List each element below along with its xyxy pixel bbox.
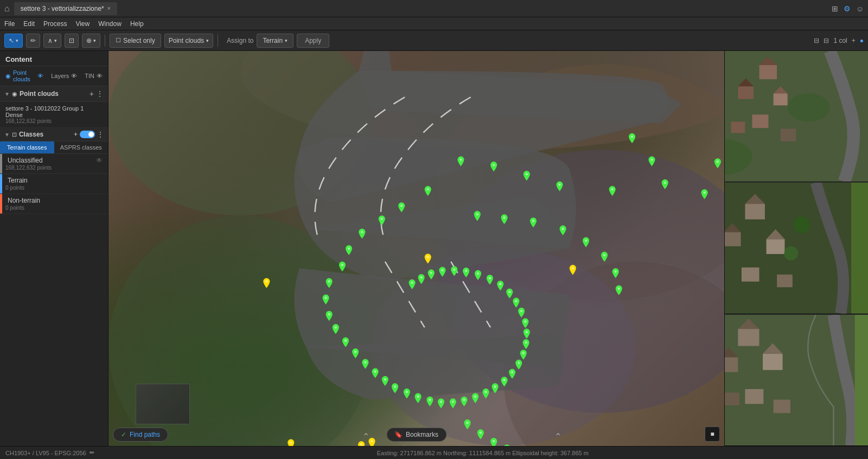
point-clouds-section-header: ▼ ◉ Point clouds + ⋮: [0, 86, 108, 102]
classes-section-title: Classes: [19, 131, 72, 138]
assign-label: Assign to: [227, 37, 253, 44]
class-item-unclassified[interactable]: Unclassified 👁 168,122,632 points: [0, 154, 108, 174]
menu-help[interactable]: Help: [130, 20, 144, 28]
polyline-icon: ∧: [48, 37, 53, 44]
toolbar: ↖ ▾ ✏ ∧ ▾ ⊡ ⊕ ▾ ☐ Select only Point clou…: [0, 30, 868, 51]
svg-rect-30: [742, 268, 760, 282]
menubar: File Edit Process View Window Help: [0, 17, 868, 30]
active-tab[interactable]: settore 3 - vettorializzazione* ×: [14, 2, 117, 15]
toolbar-right: ⊟ ⊟ 1 col + ●: [814, 37, 864, 44]
svg-rect-15: [774, 93, 788, 105]
terrain-classes-tab[interactable]: Terrain classes: [0, 141, 54, 153]
svg-point-32: [793, 217, 810, 234]
polyline-dropdown-icon: ▾: [54, 38, 57, 43]
svg-rect-35: [855, 315, 868, 445]
select-only-button[interactable]: ☐ Select only: [110, 34, 161, 48]
home-icon[interactable]: ⌂: [4, 4, 10, 14]
svg-rect-38: [725, 357, 738, 372]
classes-toggle[interactable]: [80, 131, 95, 138]
eye-icon[interactable]: 👁: [37, 73, 43, 79]
map-bottom-right: ■: [705, 426, 720, 442]
panel-tab-tin[interactable]: TIN 👁: [85, 69, 103, 82]
thumbnail-3[interactable]: [725, 314, 868, 446]
apply-button[interactable]: Apply: [297, 34, 329, 48]
svg-rect-24: [745, 204, 765, 219]
unclassified-count: 168,122,632 points: [5, 165, 103, 171]
point-cloud-icon: ◉: [12, 90, 17, 98]
terrain-dropdown[interactable]: Terrain ▾: [257, 34, 293, 48]
point-clouds-dropdown-icon: ▾: [206, 38, 209, 43]
stop-button[interactable]: ■: [705, 426, 720, 442]
menu-file[interactable]: File: [4, 20, 15, 28]
terrain-dropdown-icon: ▾: [285, 38, 288, 43]
unclassified-label: Unclassified: [8, 157, 43, 164]
settings-icon[interactable]: ⚙: [844, 4, 851, 13]
menu-edit[interactable]: Edit: [23, 20, 35, 28]
layers-eye-icon[interactable]: 👁: [71, 73, 77, 79]
collapse-bottom-left[interactable]: ⌃: [362, 431, 369, 442]
svg-rect-13: [738, 86, 754, 99]
toolbar-separator-2: [218, 35, 218, 47]
class-item-terrain[interactable]: Terrain 0 points: [0, 174, 108, 194]
svg-rect-26: [725, 232, 741, 247]
close-tab-icon[interactable]: ×: [107, 5, 111, 11]
status-coordinates: Easting: 2717186.862 m Northing: 1111584…: [103, 450, 863, 456]
svg-rect-31: [777, 275, 793, 287]
terrain-label: Terrain: [263, 37, 283, 44]
point-clouds-icon: ◉: [5, 73, 11, 80]
map-area[interactable]: ✓ Find paths 🔖 Bookmarks ■ ⌃ ⌃: [108, 51, 724, 446]
asprs-classes-tab[interactable]: ASPRS classes: [54, 141, 108, 153]
add-col-icon[interactable]: +: [852, 37, 856, 44]
unclassified-eye-icon[interactable]: 👁: [96, 157, 103, 164]
nonterrain-count: 0 points: [5, 205, 103, 211]
svg-rect-18: [731, 121, 745, 133]
menu-window[interactable]: Window: [98, 20, 122, 28]
select-dropdown-icon: ▾: [16, 38, 18, 43]
more-tools-button[interactable]: ⊕ ▾: [82, 34, 100, 48]
grid-icon[interactable]: ⊞: [832, 4, 838, 13]
thumbnail-1[interactable]: [725, 51, 868, 182]
rect-tool-button[interactable]: ⊡: [65, 34, 79, 48]
collapse-bottom-right[interactable]: ⌃: [554, 431, 561, 442]
thumbnail-2[interactable]: [725, 182, 868, 314]
point-clouds-dropdown[interactable]: Point clouds ▾: [164, 34, 213, 48]
add-class-icon[interactable]: +: [74, 131, 78, 138]
add-point-cloud-icon[interactable]: +: [90, 89, 94, 98]
map-canvas[interactable]: ✓ Find paths 🔖 Bookmarks ■ ⌃ ⌃: [108, 51, 724, 446]
tin-eye-icon[interactable]: 👁: [97, 73, 103, 79]
polyline-tool-button[interactable]: ∧ ▾: [43, 34, 61, 48]
collapse-point-clouds-icon[interactable]: ▼: [4, 91, 10, 97]
panel-tab-layers[interactable]: Layers 👁: [51, 69, 77, 82]
point-cloud-item[interactable]: settore 3 - 10012022 Group 1 Dense 168,1…: [0, 102, 108, 128]
svg-rect-11: [760, 65, 777, 79]
point-clouds-section-title: Point clouds: [20, 90, 87, 98]
more-dropdown-icon: ▾: [93, 38, 96, 43]
menu-process[interactable]: Process: [43, 20, 67, 28]
more-icon: ⊕: [86, 37, 92, 44]
find-paths-button[interactable]: ✓ Find paths: [113, 428, 168, 442]
class-item-nonterrain[interactable]: Non-terrain 0 points: [0, 194, 108, 214]
edit-crs-icon[interactable]: ✏: [90, 449, 94, 456]
panel-tab-point-clouds[interactable]: ◉ Point clouds 👁: [5, 69, 43, 82]
point-cloud-count: 168,122,632 points: [5, 118, 103, 124]
toolbar-separator-1: [105, 35, 105, 47]
svg-rect-42: [745, 389, 763, 404]
panel-tabs: ◉ Point clouds 👁 Layers 👁 TIN 👁: [0, 66, 108, 86]
draw-tool-button[interactable]: ✏: [26, 34, 40, 48]
classes-section-header: ▼ ⊡ Classes + ⋮: [0, 128, 108, 141]
settings-toolbar-icon[interactable]: ⊟: [814, 37, 819, 44]
more-classes-icon[interactable]: ⋮: [97, 131, 104, 138]
collapse-classes-icon[interactable]: ▼: [4, 132, 10, 138]
select-tool-button[interactable]: ↖ ▾: [4, 34, 23, 48]
right-panel: [724, 51, 868, 446]
menu-view[interactable]: View: [75, 20, 90, 28]
content-header: Content: [0, 51, 108, 66]
map-bottom-left: ✓ Find paths: [113, 428, 168, 442]
col-label: 1 col: [833, 37, 847, 44]
more-point-cloud-icon[interactable]: ⋮: [96, 89, 104, 98]
point-cloud-name: settore 3 - 10012022 Group 1 Dense: [5, 105, 103, 118]
filter-icon[interactable]: ⊟: [824, 37, 829, 44]
account-icon[interactable]: ☺: [856, 4, 864, 13]
bookmarks-button[interactable]: 🔖 Bookmarks: [386, 428, 446, 442]
rect-icon: ⊡: [69, 37, 74, 44]
